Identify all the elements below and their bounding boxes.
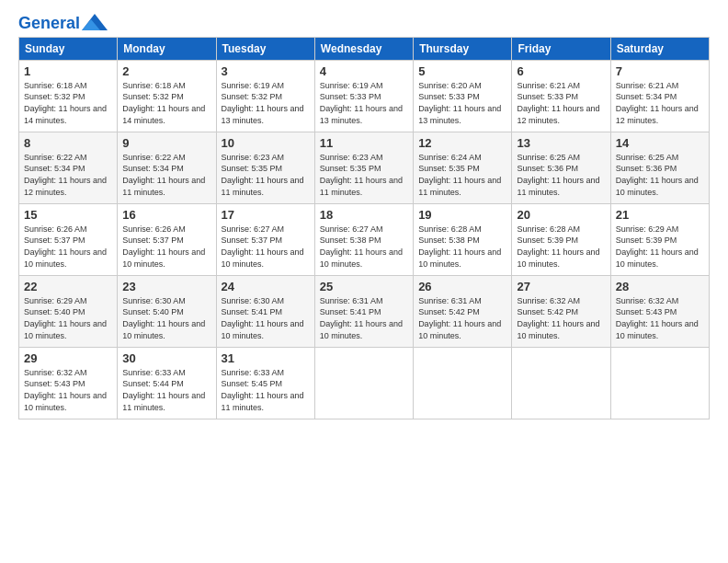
header: General xyxy=(18,15,710,29)
day-number: 10 xyxy=(222,136,310,150)
calendar-cell: 28Sunrise: 6:32 AMSunset: 5:43 PMDayligh… xyxy=(610,275,709,347)
calendar-cell: 29Sunrise: 6:32 AMSunset: 5:43 PMDayligh… xyxy=(19,347,118,419)
day-number: 11 xyxy=(320,136,408,150)
calendar-cell: 19Sunrise: 6:28 AMSunset: 5:38 PMDayligh… xyxy=(414,203,512,275)
day-number: 28 xyxy=(616,280,704,293)
page: General SundayMondayTuesdayWednesdayThur… xyxy=(0,0,728,563)
calendar-week-row: 15Sunrise: 6:26 AMSunset: 5:37 PMDayligh… xyxy=(19,203,710,275)
day-number: 20 xyxy=(517,208,605,222)
calendar-cell: 11Sunrise: 6:23 AMSunset: 5:35 PMDayligh… xyxy=(314,132,413,203)
calendar-cell: 9Sunrise: 6:22 AMSunset: 5:34 PMDaylight… xyxy=(118,132,216,203)
day-number: 5 xyxy=(418,64,506,78)
calendar-table: SundayMondayTuesdayWednesdayThursdayFrid… xyxy=(18,37,710,419)
day-number: 31 xyxy=(222,351,310,365)
cell-text: Sunrise: 6:30 AMSunset: 5:41 PMDaylight:… xyxy=(222,296,304,340)
day-number: 4 xyxy=(320,64,408,78)
day-number: 21 xyxy=(616,208,704,222)
calendar-header-thursday: Thursday xyxy=(414,37,512,60)
calendar-cell: 5Sunrise: 6:20 AMSunset: 5:33 PMDaylight… xyxy=(414,60,512,132)
calendar-cell: 24Sunrise: 6:30 AMSunset: 5:41 PMDayligh… xyxy=(216,275,314,347)
calendar-week-row: 22Sunrise: 6:29 AMSunset: 5:40 PMDayligh… xyxy=(19,275,710,347)
cell-text: Sunrise: 6:31 AMSunset: 5:41 PMDaylight:… xyxy=(320,296,403,340)
calendar-cell: 12Sunrise: 6:24 AMSunset: 5:35 PMDayligh… xyxy=(414,132,512,203)
calendar-cell xyxy=(414,347,512,419)
day-number: 16 xyxy=(122,208,210,222)
calendar-cell: 23Sunrise: 6:30 AMSunset: 5:40 PMDayligh… xyxy=(118,275,216,347)
calendar-cell: 31Sunrise: 6:33 AMSunset: 5:45 PMDayligh… xyxy=(216,347,314,419)
calendar-cell: 1Sunrise: 6:18 AMSunset: 5:32 PMDaylight… xyxy=(19,60,118,132)
cell-text: Sunrise: 6:25 AMSunset: 5:36 PMDaylight:… xyxy=(616,153,699,197)
calendar-week-row: 1Sunrise: 6:18 AMSunset: 5:32 PMDaylight… xyxy=(19,60,710,132)
cell-text: Sunrise: 6:30 AMSunset: 5:40 PMDaylight:… xyxy=(122,296,205,340)
day-number: 22 xyxy=(24,280,112,293)
cell-text: Sunrise: 6:28 AMSunset: 5:39 PMDaylight:… xyxy=(517,224,599,269)
cell-text: Sunrise: 6:19 AMSunset: 5:33 PMDaylight:… xyxy=(320,81,403,125)
logo-text: General xyxy=(18,15,80,33)
calendar-cell xyxy=(512,347,610,419)
cell-text: Sunrise: 6:24 AMSunset: 5:35 PMDaylight:… xyxy=(418,153,501,197)
day-number: 17 xyxy=(222,208,310,222)
cell-text: Sunrise: 6:18 AMSunset: 5:32 PMDaylight:… xyxy=(122,81,205,125)
day-number: 23 xyxy=(122,280,210,293)
calendar-cell: 18Sunrise: 6:27 AMSunset: 5:38 PMDayligh… xyxy=(314,203,413,275)
day-number: 14 xyxy=(616,136,704,150)
day-number: 13 xyxy=(517,136,605,150)
calendar-header-row: SundayMondayTuesdayWednesdayThursdayFrid… xyxy=(19,37,710,60)
calendar-cell: 25Sunrise: 6:31 AMSunset: 5:41 PMDayligh… xyxy=(314,275,413,347)
cell-text: Sunrise: 6:22 AMSunset: 5:34 PMDaylight:… xyxy=(24,153,107,197)
calendar-cell: 21Sunrise: 6:29 AMSunset: 5:39 PMDayligh… xyxy=(610,203,709,275)
cell-text: Sunrise: 6:33 AMSunset: 5:44 PMDaylight:… xyxy=(122,368,205,412)
cell-text: Sunrise: 6:27 AMSunset: 5:37 PMDaylight:… xyxy=(222,224,304,269)
calendar-header-wednesday: Wednesday xyxy=(314,37,413,60)
day-number: 12 xyxy=(418,136,506,150)
day-number: 15 xyxy=(24,208,112,222)
cell-text: Sunrise: 6:29 AMSunset: 5:39 PMDaylight:… xyxy=(616,224,699,269)
calendar-header-sunday: Sunday xyxy=(19,37,118,60)
calendar-cell: 8Sunrise: 6:22 AMSunset: 5:34 PMDaylight… xyxy=(19,132,118,203)
day-number: 18 xyxy=(320,208,408,222)
day-number: 29 xyxy=(24,351,112,365)
calendar-cell: 16Sunrise: 6:26 AMSunset: 5:37 PMDayligh… xyxy=(118,203,216,275)
cell-text: Sunrise: 6:32 AMSunset: 5:43 PMDaylight:… xyxy=(616,296,699,340)
day-number: 25 xyxy=(320,280,408,293)
calendar-cell: 14Sunrise: 6:25 AMSunset: 5:36 PMDayligh… xyxy=(610,132,709,203)
day-number: 3 xyxy=(222,64,310,78)
calendar-header-friday: Friday xyxy=(512,37,610,60)
calendar-cell: 20Sunrise: 6:28 AMSunset: 5:39 PMDayligh… xyxy=(512,203,610,275)
cell-text: Sunrise: 6:22 AMSunset: 5:34 PMDaylight:… xyxy=(122,153,205,197)
cell-text: Sunrise: 6:19 AMSunset: 5:32 PMDaylight:… xyxy=(222,81,304,125)
calendar-header-tuesday: Tuesday xyxy=(216,37,314,60)
calendar-body: 1Sunrise: 6:18 AMSunset: 5:32 PMDaylight… xyxy=(19,60,710,419)
calendar-cell: 17Sunrise: 6:27 AMSunset: 5:37 PMDayligh… xyxy=(216,203,314,275)
cell-text: Sunrise: 6:23 AMSunset: 5:35 PMDaylight:… xyxy=(320,153,403,197)
calendar-header-saturday: Saturday xyxy=(610,37,709,60)
logo-icon xyxy=(82,14,108,30)
calendar-cell xyxy=(610,347,709,419)
calendar-cell: 6Sunrise: 6:21 AMSunset: 5:33 PMDaylight… xyxy=(512,60,610,132)
calendar-cell: 15Sunrise: 6:26 AMSunset: 5:37 PMDayligh… xyxy=(19,203,118,275)
cell-text: Sunrise: 6:26 AMSunset: 5:37 PMDaylight:… xyxy=(24,224,107,269)
cell-text: Sunrise: 6:33 AMSunset: 5:45 PMDaylight:… xyxy=(222,368,304,412)
calendar-cell: 22Sunrise: 6:29 AMSunset: 5:40 PMDayligh… xyxy=(19,275,118,347)
day-number: 24 xyxy=(222,280,310,293)
calendar-cell: 2Sunrise: 6:18 AMSunset: 5:32 PMDaylight… xyxy=(118,60,216,132)
calendar-cell xyxy=(314,347,413,419)
cell-text: Sunrise: 6:32 AMSunset: 5:42 PMDaylight:… xyxy=(517,296,599,340)
cell-text: Sunrise: 6:21 AMSunset: 5:34 PMDaylight:… xyxy=(616,81,699,125)
cell-text: Sunrise: 6:23 AMSunset: 5:35 PMDaylight:… xyxy=(222,153,304,197)
cell-text: Sunrise: 6:32 AMSunset: 5:43 PMDaylight:… xyxy=(24,368,107,412)
day-number: 6 xyxy=(517,64,605,78)
calendar-cell: 13Sunrise: 6:25 AMSunset: 5:36 PMDayligh… xyxy=(512,132,610,203)
cell-text: Sunrise: 6:29 AMSunset: 5:40 PMDaylight:… xyxy=(24,296,107,340)
calendar-cell: 30Sunrise: 6:33 AMSunset: 5:44 PMDayligh… xyxy=(118,347,216,419)
day-number: 1 xyxy=(24,64,112,78)
cell-text: Sunrise: 6:26 AMSunset: 5:37 PMDaylight:… xyxy=(122,224,205,269)
calendar-week-row: 8Sunrise: 6:22 AMSunset: 5:34 PMDaylight… xyxy=(19,132,710,203)
day-number: 26 xyxy=(418,280,506,293)
cell-text: Sunrise: 6:31 AMSunset: 5:42 PMDaylight:… xyxy=(418,296,501,340)
calendar-header-monday: Monday xyxy=(118,37,216,60)
cell-text: Sunrise: 6:18 AMSunset: 5:32 PMDaylight:… xyxy=(24,81,107,125)
logo: General xyxy=(18,15,108,29)
day-number: 2 xyxy=(122,64,210,78)
day-number: 8 xyxy=(24,136,112,150)
